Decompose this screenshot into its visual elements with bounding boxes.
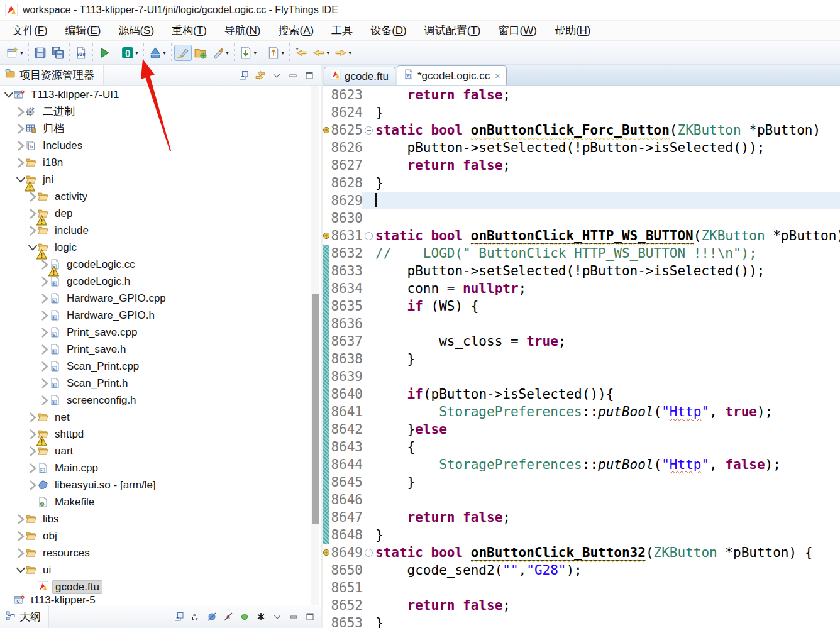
link-with-editor-icon[interactable]	[255, 70, 265, 80]
chevron-right-icon[interactable]	[40, 311, 50, 321]
format-code-button[interactable]	[174, 45, 192, 61]
code-line-8636[interactable]: 8636	[323, 315, 840, 333]
maximize-icon[interactable]	[305, 612, 315, 622]
tree-item-activity[interactable]: activity	[0, 188, 311, 205]
chevron-right-icon[interactable]	[28, 480, 38, 490]
code-line-8635[interactable]: 8635 if (WS) {	[323, 297, 840, 315]
tree-item-i18n[interactable]: i18n	[0, 154, 311, 171]
tree-item-print-save-cpp[interactable]: cPrint_save.cpp	[0, 324, 311, 341]
code-line-8644[interactable]: 8644 StoragePreferences::putBool("Http",…	[323, 456, 840, 473]
tree-item--[interactable]: 二进制	[0, 103, 311, 120]
build-button-dropdown[interactable]: ▾	[135, 49, 138, 56]
menu-item-1[interactable]: 文件(F)	[4, 21, 57, 40]
tree-item-libs[interactable]: libs	[0, 510, 311, 527]
hide-static-icon[interactable]: s	[223, 612, 233, 622]
code-line-8625[interactable]: 8625static bool onButtonClick_Forc_Butto…	[323, 121, 840, 139]
tab-project-explorer[interactable]: 项目资源管理器	[0, 65, 104, 85]
editor-tab-gcode-ftu[interactable]: gcode.ftu	[324, 67, 395, 85]
code-line-8629[interactable]: 8629	[323, 192, 840, 209]
deploy-button[interactable]: ▾	[146, 45, 169, 61]
forward-button[interactable]: ▾	[332, 45, 354, 61]
menu-item-7[interactable]: 工具	[323, 21, 362, 40]
code-line-8624[interactable]: 8624}	[323, 104, 840, 121]
tree-item-hardware-gpio-cpp[interactable]: cHardware_GPIO.cpp	[0, 290, 311, 307]
chevron-right-icon[interactable]	[28, 463, 38, 473]
chevron-right-icon[interactable]	[40, 277, 50, 287]
tree-item-ui[interactable]: ui	[0, 561, 311, 578]
collapse-all-icon[interactable]	[174, 612, 184, 622]
menu-item-5[interactable]: 导航(N)	[216, 21, 270, 40]
code-line-8646[interactable]: 8646	[323, 491, 840, 509]
code-line-8647[interactable]: 8647 return false;	[323, 509, 840, 526]
tree-item--[interactable]: 归档	[0, 120, 311, 137]
chevron-right-icon[interactable]	[40, 328, 50, 338]
code-line-8640[interactable]: 8640 if(pButton->isSelected()){	[323, 385, 840, 403]
code-line-8643[interactable]: 8643 {	[323, 438, 840, 456]
code-line-8642[interactable]: 8642 }else	[323, 421, 840, 438]
tree-item-hardware-gpio-h[interactable]: hHardware_GPIO.h	[0, 307, 311, 324]
code-line-8653[interactable]: 8653}	[323, 614, 840, 628]
tree-item-t113-klipper-5[interactable]: Ct113-klipper-5	[0, 595, 311, 605]
chevron-right-icon[interactable]	[16, 514, 26, 524]
upload-file-button-dropdown[interactable]: ▾	[281, 49, 284, 56]
sort-icon[interactable]: az	[191, 612, 201, 622]
menu-item-2[interactable]: 编辑(E)	[57, 21, 110, 40]
tree-item-net[interactable]: net	[0, 409, 311, 426]
last-edit-location-button[interactable]	[292, 45, 310, 61]
tree-item-t113-klipper-7-ui1[interactable]: CT113-klipper-7-UI1	[0, 86, 311, 103]
view-menu-icon[interactable]	[272, 70, 282, 80]
build-button[interactable]: {}▾	[119, 45, 141, 61]
chevron-right-icon[interactable]	[40, 294, 50, 304]
code-line-8641[interactable]: 8641 StoragePreferences::putBool("Http",…	[323, 403, 840, 421]
hide-fields-icon[interactable]	[207, 612, 217, 622]
tree-item-resources[interactable]: resources	[0, 544, 311, 561]
code-line-8632[interactable]: 8632// LOGD(" ButtonClick HTTP_WS_BUTTON…	[323, 245, 840, 262]
chevron-right-icon[interactable]	[16, 141, 26, 151]
tree-item-scan-print-h[interactable]: hScan_Print.h	[0, 375, 311, 392]
tree-item-libeasyui-so-arm-le-[interactable]: libeasyui.so - [arm/le]	[0, 477, 311, 493]
hide-local-types-icon[interactable]	[256, 612, 266, 622]
deploy-button-dropdown[interactable]: ▾	[163, 49, 166, 56]
download-file-button[interactable]: ▾	[237, 45, 259, 61]
code-line-8638[interactable]: 8638 }	[323, 350, 840, 368]
code-line-8639[interactable]: 8639	[323, 368, 840, 385]
tree-item-obj[interactable]: obj	[0, 527, 311, 544]
chevron-right-icon[interactable]	[16, 107, 26, 117]
code-view[interactable]: 8623 return false;8624}8625static bool o…	[323, 86, 840, 628]
tree-item-scan-print-cpp[interactable]: cScan_Print.cpp	[0, 358, 311, 375]
chevron-down-icon[interactable]	[4, 90, 14, 100]
tree-item-jni[interactable]: jni	[0, 171, 311, 188]
chevron-right-icon[interactable]	[40, 378, 50, 388]
tab-outline[interactable]: 大纲	[0, 605, 49, 628]
tree-item-main-cpp[interactable]: cMain.cpp	[0, 460, 311, 477]
tree-scrollbar-thumb[interactable]	[312, 294, 319, 524]
chevron-right-icon[interactable]	[40, 344, 50, 355]
chevron-right-icon[interactable]	[16, 124, 26, 134]
tree-item-print-save-h[interactable]: hPrint_save.h	[0, 341, 311, 358]
minimize-icon[interactable]	[288, 70, 298, 80]
run-button[interactable]	[96, 45, 113, 61]
tree-item-uart[interactable]: uart	[0, 443, 311, 460]
code-line-8645[interactable]: 8645 }	[323, 473, 840, 491]
maximize-icon[interactable]	[304, 70, 314, 80]
code-line-8651[interactable]: 8651	[323, 579, 840, 597]
forward-button-dropdown[interactable]: ▾	[348, 49, 351, 56]
menu-item-10[interactable]: 窗口(W)	[490, 21, 546, 40]
save-all-button[interactable]	[49, 45, 67, 61]
tree-item-shttpd[interactable]: shttpd	[0, 426, 311, 443]
chevron-right-icon[interactable]	[16, 531, 26, 541]
tree-item-dep[interactable]: dep	[0, 205, 311, 222]
code-line-8626[interactable]: 8626 pButton->setSelected(!pButton->isSe…	[323, 139, 840, 157]
open-project-button[interactable]	[192, 45, 209, 61]
chevron-right-icon[interactable]	[28, 226, 38, 236]
upload-file-button[interactable]: ▾	[265, 45, 287, 61]
hide-non-public-icon[interactable]	[240, 612, 250, 622]
back-button[interactable]: ▾	[310, 45, 332, 61]
chevron-down-icon[interactable]	[16, 565, 26, 575]
tree-item-includes[interactable]: hIncludes	[0, 137, 311, 154]
collapse-all-icon[interactable]	[239, 70, 249, 80]
menu-item-9[interactable]: 调试配置(T)	[416, 21, 490, 40]
tree-scrollbar[interactable]	[311, 86, 319, 605]
view-menu-icon[interactable]	[272, 612, 282, 622]
back-button-dropdown[interactable]: ▾	[326, 49, 329, 56]
